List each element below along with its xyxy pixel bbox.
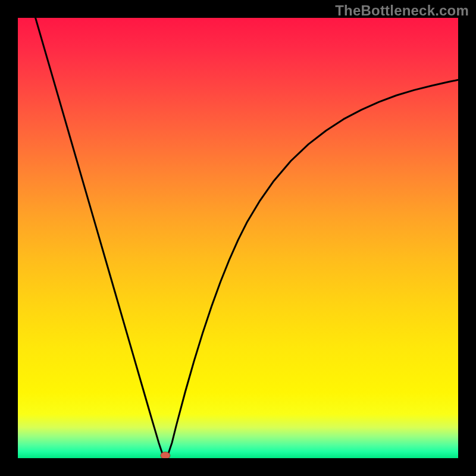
minimum-marker xyxy=(161,452,170,458)
plot-background xyxy=(18,18,458,458)
watermark-text: TheBottleneck.com xyxy=(335,2,469,19)
chart-svg xyxy=(18,18,458,458)
chart-frame: TheBottleneck.com xyxy=(0,0,476,476)
